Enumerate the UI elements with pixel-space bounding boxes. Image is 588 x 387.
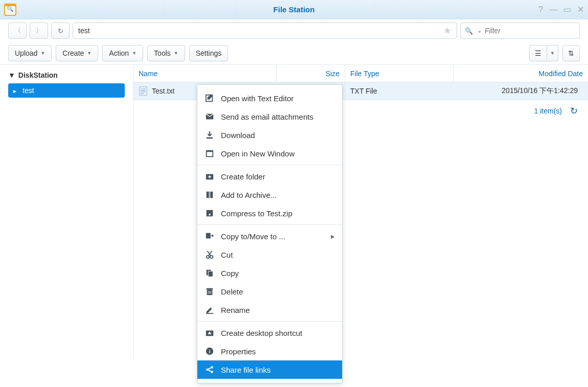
menu-item-copy[interactable]: Copy	[197, 264, 342, 282]
view-dropdown-button[interactable]: ▼	[547, 45, 558, 61]
menu-label: Download	[221, 131, 255, 140]
svg-rect-21	[206, 313, 213, 314]
svg-rect-7	[207, 138, 213, 139]
menu-item-addfolder[interactable]: Create folder	[197, 167, 342, 186]
menu-item-compress[interactable]: Compress to Test.zip	[197, 204, 342, 222]
menu-item-cut[interactable]: Cut	[197, 245, 342, 264]
menu-label: Create desktop shortcut	[221, 329, 302, 337]
menu-label: Open in New Window	[221, 149, 295, 158]
file-type: TXT File	[345, 87, 454, 95]
item-count: 1 item(s)	[534, 107, 562, 115]
svg-rect-20	[207, 288, 213, 290]
upload-button[interactable]: Upload▼	[8, 45, 52, 61]
menu-label: Share file links	[221, 366, 271, 374]
toolbar: Upload▼ Create▼ Action▼ Tools▼ Settings …	[0, 42, 588, 64]
window-controls: ? — ▭ ✕	[538, 5, 584, 14]
tools-button[interactable]: Tools▼	[147, 45, 185, 61]
app-icon	[4, 4, 16, 16]
window-title: File Station	[274, 5, 315, 14]
edit-icon	[205, 93, 215, 103]
submenu-arrow-icon: ▶	[331, 234, 335, 239]
refresh-list-button[interactable]: ↻	[570, 105, 578, 117]
archive-icon	[205, 190, 215, 200]
svg-rect-14	[206, 233, 211, 239]
menu-label: Rename	[221, 306, 250, 314]
help-icon[interactable]: ?	[538, 5, 543, 14]
addfolder-icon	[205, 171, 215, 181]
menu-label: Properties	[221, 347, 256, 356]
text-file-icon	[139, 86, 148, 96]
navbar: 〈 〉 ↻ ★ 🔍	[0, 19, 588, 42]
view-mode-split-button: ☰ ▼	[529, 45, 558, 61]
menu-label: Send as email attachments	[221, 112, 313, 121]
settings-button[interactable]: Settings	[189, 45, 229, 61]
svg-rect-0	[140, 87, 147, 95]
menu-item-newwin[interactable]: Open in New Window	[197, 144, 342, 163]
menu-label: Copy	[221, 269, 239, 278]
search-dropdown-icon[interactable]	[476, 27, 482, 35]
shortcut-icon	[205, 328, 215, 338]
menu-item-rename[interactable]: Rename	[197, 301, 342, 319]
menu-label: Create folder	[221, 172, 265, 181]
download-icon	[205, 130, 215, 140]
share-icon	[205, 365, 215, 375]
menu-item-edit[interactable]: Open with Text Editor	[197, 89, 342, 107]
list-view-button[interactable]: ☰	[529, 45, 547, 61]
menu-item-download[interactable]: Download	[197, 126, 342, 144]
col-date[interactable]: Modified Date	[454, 65, 588, 82]
maximize-icon[interactable]: ▭	[563, 5, 571, 14]
properties-icon: i	[205, 346, 215, 356]
menu-label: Delete	[221, 287, 243, 296]
action-button[interactable]: Action▼	[102, 45, 143, 61]
file-name: Test.txt	[152, 87, 174, 95]
menu-item-share[interactable]: Share file links	[197, 360, 342, 379]
search-input[interactable]	[485, 27, 575, 35]
menu-item-archive[interactable]: Add to Archive...	[197, 186, 342, 204]
col-type[interactable]: File Type	[345, 65, 454, 82]
refresh-button[interactable]: ↻	[51, 22, 70, 39]
context-menu: Open with Text EditorSend as email attac…	[197, 84, 343, 383]
col-size[interactable]: Size	[277, 65, 345, 82]
cut-icon	[205, 249, 215, 260]
back-button[interactable]: 〈	[8, 22, 27, 39]
menu-item-properties[interactable]: iProperties	[197, 342, 342, 360]
delete-icon	[205, 286, 215, 297]
sort-button[interactable]: ⇅	[562, 45, 580, 61]
svg-text:i: i	[209, 349, 211, 354]
rename-icon	[205, 305, 215, 315]
titlebar: File Station ? — ▭ ✕	[0, 0, 588, 19]
menu-item-move[interactable]: Copy to/Move to ...▶	[197, 227, 342, 245]
content-area: Name Size File Type Modified Date Test.t…	[133, 65, 588, 359]
copy-icon	[205, 268, 215, 278]
newwin-icon	[205, 148, 215, 158]
path-input[interactable]	[78, 27, 440, 35]
create-button[interactable]: Create▼	[56, 45, 98, 61]
menu-label: Add to Archive...	[221, 191, 277, 199]
minimize-icon[interactable]: —	[549, 5, 557, 14]
menu-label: Open with Text Editor	[221, 94, 293, 103]
menu-label: Compress to Test.zip	[221, 209, 292, 218]
forward-button[interactable]: 〉	[30, 22, 48, 39]
tree-root[interactable]: ▼ DiskStation	[8, 71, 125, 79]
menu-item-shortcut[interactable]: Create desktop shortcut	[197, 324, 342, 342]
main: ▼ DiskStation test Name Size File Type M…	[0, 64, 588, 359]
menu-item-delete[interactable]: Delete	[197, 282, 342, 301]
path-field[interactable]: ★	[73, 22, 457, 39]
close-icon[interactable]: ✕	[577, 5, 584, 14]
svg-rect-9	[207, 150, 213, 152]
menu-item-mail[interactable]: Send as email attachments	[197, 107, 342, 126]
file-date: 2015/10/16 下午1:42:29	[454, 86, 588, 96]
sidebar: ▼ DiskStation test	[0, 65, 133, 359]
menu-label: Cut	[221, 251, 233, 259]
grid-header: Name Size File Type Modified Date	[133, 65, 588, 82]
menu-label: Copy to/Move to ...	[221, 232, 285, 241]
search-icon: 🔍	[465, 27, 473, 35]
col-name[interactable]: Name	[133, 65, 277, 82]
svg-point-13	[209, 214, 211, 216]
tree-node-test[interactable]: test	[8, 83, 125, 98]
search-box[interactable]: 🔍	[460, 22, 580, 39]
favorite-icon[interactable]: ★	[443, 25, 451, 36]
move-icon	[205, 231, 215, 241]
svg-rect-11	[207, 192, 213, 198]
compress-icon	[205, 208, 215, 218]
